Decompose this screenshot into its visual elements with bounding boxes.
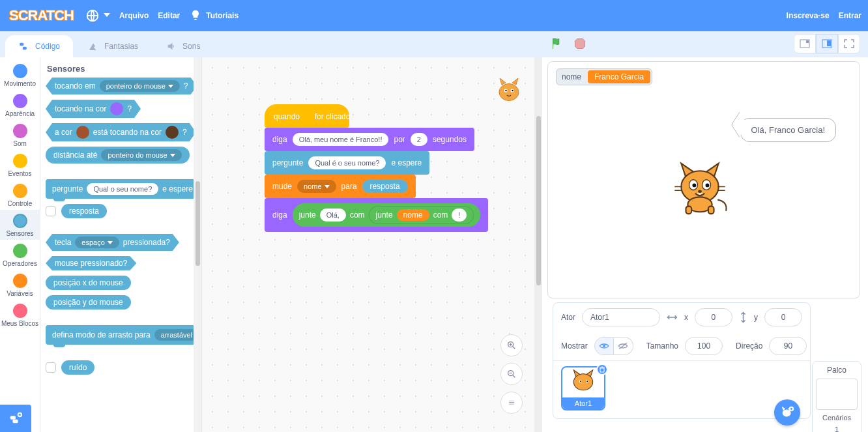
arg-join2-c[interactable]: ! <box>452 209 467 222</box>
op-join-outer[interactable]: junte Olá, com junte nome com ! <box>293 203 481 227</box>
monitor-check-loudness[interactable] <box>46 362 56 373</box>
cat-sensing-dot <box>13 214 27 228</box>
arg-answer-reporter[interactable]: resposta <box>362 180 408 193</box>
svg-rect-34 <box>12 420 18 424</box>
stage-small-button[interactable] <box>794 34 816 53</box>
var-monitor-value: Franco Garcia <box>588 70 650 83</box>
arg-color-b[interactable] <box>166 126 179 139</box>
workspace-scrollbar[interactable] <box>536 116 541 285</box>
arg-color-a[interactable] <box>76 126 89 139</box>
workspace[interactable]: quando for clicado diga Olá, meu nome é … <box>202 57 542 432</box>
cat-operators[interactable]: Operadores <box>0 240 40 270</box>
arg-say1-secs[interactable]: 2 <box>411 133 427 146</box>
eye-icon <box>599 342 609 350</box>
variable-monitor[interactable]: nome Franco Garcia <box>556 68 652 85</box>
stop-button[interactable] <box>573 37 586 52</box>
pblock-answer[interactable]: resposta <box>61 204 107 218</box>
pblock-distance[interactable]: distância até ponteiro do mouse <box>46 147 190 164</box>
hide-button[interactable] <box>614 337 633 355</box>
zoom-out-button[interactable] <box>500 363 523 385</box>
cat-motion[interactable]: Movimento <box>0 60 40 90</box>
svg-rect-17 <box>686 207 692 214</box>
arg-say1-text[interactable]: Olá, meu nome é Franco!! <box>293 133 389 146</box>
svg-rect-1 <box>20 43 23 46</box>
cat-myblocks[interactable]: Meus Blocos <box>0 300 40 330</box>
block-say-join[interactable]: diga junte Olá, com junte nome com ! <box>265 198 488 232</box>
chevron-down-icon <box>104 13 110 18</box>
pblock-mouse-x[interactable]: posição x do mouse <box>46 276 131 290</box>
block-say-for-secs[interactable]: diga Olá, meu nome é Franco!! por 2 segu… <box>265 128 474 151</box>
file-menu[interactable]: Arquivo <box>119 11 149 20</box>
pblock-dragmode[interactable]: defina modo de arrasto para arrastável <box>46 325 202 345</box>
scratch-logo[interactable]: SCRATCH <box>7 7 76 24</box>
tutorials-menu[interactable]: Tutoriais <box>189 9 239 22</box>
script-stack[interactable]: quando for clicado diga Olá, meu nome é … <box>265 104 488 232</box>
arg-set-var-name[interactable]: nome <box>297 180 336 193</box>
backpack-toggle[interactable] <box>0 405 31 432</box>
block-set-var[interactable]: mude nome para resposta <box>265 175 416 198</box>
label-x: x <box>684 313 688 322</box>
stage-sprite-cat[interactable] <box>672 160 728 218</box>
arg-touching-target[interactable]: ponteiro do mouse <box>100 80 180 92</box>
pblock-touching[interactable]: tocando em ponteiro do mouse ? <box>46 78 197 94</box>
signin-link[interactable]: Entrar <box>839 11 861 20</box>
green-flag-button[interactable] <box>550 36 564 53</box>
arg-distance-target[interactable]: ponteiro do mouse <box>101 149 181 161</box>
pblock-color-touching-color[interactable]: a cor está tocando na cor ? <box>46 123 196 141</box>
stage-large-button[interactable] <box>816 34 838 53</box>
stage-full-button[interactable] <box>838 34 860 53</box>
language-menu[interactable] <box>85 8 110 23</box>
pblock-mouse-down[interactable]: mouse pressionado? <box>46 256 136 270</box>
join-link[interactable]: Inscreva-se <box>787 11 830 20</box>
zoom-reset-icon <box>506 397 517 408</box>
sprite-tile-name: Ator1 <box>562 397 604 409</box>
small-stage-icon <box>800 39 810 48</box>
cat-sensing[interactable]: Sensores <box>0 210 40 240</box>
show-button[interactable] <box>594 337 614 355</box>
sprite-y-input[interactable] <box>764 308 802 326</box>
sprite-x-input[interactable] <box>695 308 732 326</box>
pblock-touching-color[interactable]: tocando na cor ? <box>46 100 141 118</box>
stage[interactable]: nome Franco Garcia Olá, Franco Garcia! <box>547 61 860 298</box>
sprite-size-input[interactable] <box>685 337 723 355</box>
svg-point-12 <box>512 90 513 91</box>
cat-events[interactable]: Eventos <box>0 150 40 180</box>
lightbulb-icon <box>189 9 202 22</box>
add-sprite-button[interactable] <box>774 399 800 425</box>
svg-point-23 <box>698 190 702 193</box>
block-ask[interactable]: pergunte Qual é o seu nome? e espere <box>265 151 429 175</box>
pblock-loudness[interactable]: ruído <box>61 360 94 375</box>
label-y: y <box>754 313 758 322</box>
speech-bubble: Olá, Franco Garcia! <box>740 118 836 142</box>
arg-join1-a[interactable]: Olá, <box>320 209 346 222</box>
cat-control[interactable]: Controle <box>0 180 40 210</box>
arg-key[interactable]: espaço <box>75 237 119 248</box>
arg-color-swatch[interactable] <box>110 102 123 115</box>
stage-thumb[interactable] <box>816 379 858 410</box>
pblock-key-pressed[interactable]: tecla espaço pressionada? <box>46 234 179 251</box>
palette-scrollbar[interactable] <box>195 181 200 266</box>
sprite-name-input[interactable] <box>582 308 660 326</box>
sprite-delete-button[interactable] <box>596 364 608 375</box>
pblock-mouse-y[interactable]: posição y do mouse <box>46 295 131 310</box>
zoom-in-button[interactable] <box>500 334 523 356</box>
zoom-reset-button[interactable] <box>500 392 523 414</box>
tab-row: Código Fantasias Sons <box>0 31 868 57</box>
op-join-inner[interactable]: junte nome com ! <box>369 206 474 224</box>
cat-sound[interactable]: Som <box>0 120 40 150</box>
tab-code[interactable]: Código <box>5 35 73 57</box>
cat-variables[interactable]: Variáveis <box>0 270 40 300</box>
sprite-tile[interactable]: Ator1 <box>561 366 605 410</box>
monitor-check-answer[interactable] <box>46 206 56 216</box>
sprite-dir-input[interactable] <box>769 337 807 355</box>
tab-costumes[interactable]: Fantasias <box>74 35 151 57</box>
zoom-in-icon <box>506 340 517 351</box>
arg-ask-text[interactable]: Qual o seu nome? <box>87 183 158 195</box>
arg-ask-text-ws[interactable]: Qual é o seu nome? <box>308 156 386 169</box>
cat-looks[interactable]: Aparência <box>0 90 40 120</box>
var-nome-reporter[interactable]: nome <box>397 209 429 221</box>
edit-menu[interactable]: Editar <box>158 11 180 20</box>
block-when-flag[interactable]: quando for clicado <box>265 104 349 128</box>
pblock-ask[interactable]: pergunte Qual o seu nome? e espere <box>46 179 199 199</box>
tab-sounds[interactable]: Sons <box>152 35 213 57</box>
